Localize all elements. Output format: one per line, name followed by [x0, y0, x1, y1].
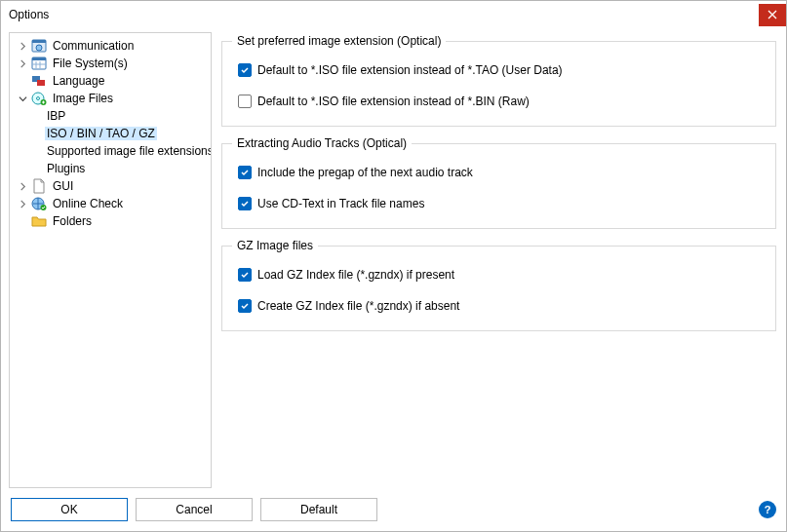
tree-item-filesystem[interactable]: File System(s): [10, 55, 211, 72]
group-gz-files: GZ Image files Load GZ Index file (*.gzn…: [221, 239, 776, 331]
tree-list: Communication File System(s) Language Im…: [10, 37, 211, 258]
group-preferred-ext: Set preferred image extension (Optical) …: [221, 34, 776, 127]
help-button[interactable]: ?: [759, 501, 776, 518]
tree-item-communication[interactable]: Communication: [10, 37, 211, 55]
cancel-button[interactable]: Cancel: [136, 498, 253, 521]
expand-icon[interactable]: [16, 197, 29, 210]
checkbox-label: Use CD-Text in Track file names: [257, 197, 424, 210]
dialog-footer: OK Cancel Default ?: [1, 488, 786, 531]
checkbox-row-bin[interactable]: Default to *.ISO file extension instead …: [238, 95, 766, 108]
svg-rect-1: [32, 40, 46, 43]
checkbox-row-gzload[interactable]: Load GZ Index file (*.gzndx) if present: [238, 268, 766, 282]
spacer-icon: [16, 74, 29, 88]
tree-item-imagefiles[interactable]: Image Files: [10, 90, 211, 107]
checkbox-icon[interactable]: [238, 268, 252, 282]
checkbox-label: Create GZ Index file (*.gzndx) if absent: [257, 299, 459, 313]
tree-item-supported-ext[interactable]: Supported image file extensions: [10, 142, 211, 160]
svg-rect-9: [37, 80, 45, 86]
tree-label: Folders: [51, 214, 94, 228]
globe-check-icon: [31, 196, 47, 211]
default-button[interactable]: Default: [260, 498, 377, 521]
svg-point-2: [36, 45, 42, 51]
close-button[interactable]: [759, 4, 786, 26]
checkbox-label: Include the pregap of the next audio tra…: [257, 166, 473, 179]
tree-item-onlinecheck[interactable]: Online Check: [10, 195, 211, 212]
checkbox-label: Load GZ Index file (*.gzndx) if present: [257, 268, 454, 282]
navigation-tree[interactable]: Communication File System(s) Language Im…: [9, 32, 212, 488]
expand-icon[interactable]: [16, 57, 29, 70]
group-legend: GZ Image files: [232, 239, 318, 252]
options-dialog: Options Communication File System(s): [0, 0, 787, 532]
disc-add-icon: [31, 91, 47, 106]
ok-button[interactable]: OK: [11, 498, 128, 521]
tree-label: Supported image file extensions: [45, 144, 212, 158]
window-title: Options: [9, 8, 49, 21]
group-audio-tracks: Extracting Audio Tracks (Optical) Includ…: [221, 136, 776, 229]
tree-label: IBP: [45, 109, 67, 123]
tree-label: Language: [51, 74, 106, 88]
checkbox-row-gzcreate[interactable]: Create GZ Index file (*.gzndx) if absent: [238, 299, 766, 313]
group-legend: Extracting Audio Tracks (Optical): [232, 136, 412, 150]
tree-label: Plugins: [45, 162, 87, 175]
tree-label: File System(s): [51, 57, 130, 70]
checkbox-icon[interactable]: [238, 299, 252, 313]
checkbox-icon[interactable]: [238, 197, 252, 210]
tree-label: ISO / BIN / TAO / GZ: [45, 127, 157, 140]
close-icon: [767, 10, 777, 19]
expand-icon[interactable]: [16, 179, 29, 193]
titlebar: Options: [1, 1, 786, 28]
tree-item-ibp[interactable]: IBP: [10, 107, 211, 125]
checkbox-icon[interactable]: [238, 63, 252, 77]
tree-label: GUI: [51, 179, 75, 193]
flags-icon: [31, 73, 47, 89]
tree-label: Image Files: [51, 92, 115, 105]
tree-label: Online Check: [51, 197, 125, 210]
checkbox-row-cdtext[interactable]: Use CD-Text in Track file names: [238, 197, 766, 210]
expand-icon[interactable]: [16, 39, 29, 53]
spacer-icon: [16, 214, 29, 228]
checkbox-icon[interactable]: [238, 95, 252, 108]
folder-icon: [31, 213, 47, 229]
tree-item-language[interactable]: Language: [10, 72, 211, 90]
blank-doc-icon: [31, 178, 47, 194]
svg-point-11: [37, 97, 40, 100]
checkbox-row-pregap[interactable]: Include the pregap of the next audio tra…: [238, 166, 766, 179]
tree-item-iso-bin-tao-gz[interactable]: ISO / BIN / TAO / GZ: [10, 125, 211, 142]
calendar-icon: [31, 56, 47, 71]
dialog-body: Communication File System(s) Language Im…: [1, 28, 786, 488]
tree-item-plugins[interactable]: Plugins: [10, 160, 211, 177]
checkbox-label: Default to *.ISO file extension instead …: [257, 63, 563, 77]
settings-pane: Set preferred image extension (Optical) …: [219, 32, 778, 488]
tree-label: Communication: [51, 39, 136, 53]
checkbox-row-tao[interactable]: Default to *.ISO file extension instead …: [238, 63, 766, 77]
collapse-icon[interactable]: [16, 92, 29, 105]
globe-window-icon: [31, 38, 47, 54]
svg-rect-4: [32, 57, 46, 60]
tree-item-gui[interactable]: GUI: [10, 177, 211, 195]
checkbox-icon[interactable]: [238, 166, 252, 179]
group-legend: Set preferred image extension (Optical): [232, 34, 446, 48]
checkbox-label: Default to *.ISO file extension instead …: [257, 95, 530, 108]
tree-item-folders[interactable]: Folders: [10, 212, 211, 230]
